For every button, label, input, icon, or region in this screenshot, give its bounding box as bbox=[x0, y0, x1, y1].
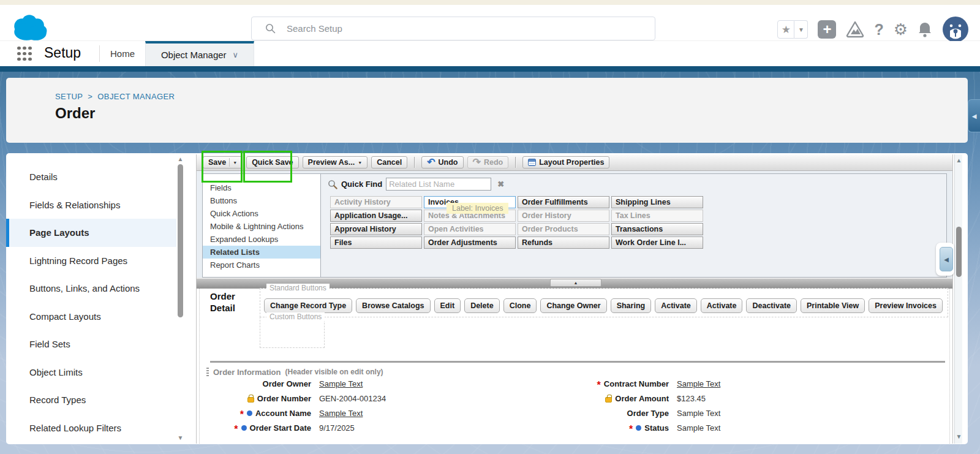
panel-collapse-right-button[interactable]: ◀ bbox=[968, 99, 980, 132]
breadcrumb-setup-link[interactable]: SETUP bbox=[55, 92, 83, 101]
scrollbar-thumb[interactable] bbox=[178, 164, 183, 317]
field-row-order-owner[interactable]: Order Owner Sample Text bbox=[202, 376, 386, 391]
palette-item-label: Transactions bbox=[616, 225, 663, 233]
help-icon[interactable]: ? bbox=[874, 21, 883, 39]
tab-object-manager[interactable]: Object Manager ∨ bbox=[145, 41, 254, 66]
drag-grip-icon[interactable] bbox=[206, 368, 209, 376]
scroll-down-icon[interactable]: ▼ bbox=[176, 434, 184, 441]
tab-home[interactable]: Home bbox=[100, 41, 145, 66]
palette-category-related-lists[interactable]: Related Lists bbox=[203, 246, 320, 259]
sidebar-item-buttons-links-and-actions[interactable]: Buttons, Links, and Actions bbox=[6, 274, 176, 303]
collapse-left-icon[interactable]: ◀ bbox=[940, 247, 953, 271]
save-button[interactable]: Save ▼ bbox=[203, 156, 243, 168]
standard-button-edit[interactable]: Edit bbox=[434, 298, 461, 313]
palette-item-order-adjustments[interactable]: Order Adjustments bbox=[424, 236, 516, 249]
field-row-order-number[interactable]: Order Number GEN-2004-001234 bbox=[202, 391, 386, 406]
user-avatar[interactable] bbox=[942, 16, 969, 43]
palette-item-order-fulfillments[interactable]: Order Fulfillments bbox=[518, 196, 609, 208]
layout-properties-icon bbox=[528, 159, 536, 166]
palette-category-quick-actions[interactable]: Quick Actions bbox=[203, 207, 320, 220]
setup-gear-icon[interactable]: ⚙ bbox=[894, 20, 908, 39]
palette-category-label: Mobile & Lightning Actions bbox=[210, 222, 303, 231]
sidebar-item-compact-layouts[interactable]: Compact Layouts bbox=[6, 303, 176, 331]
field-row-contract-number[interactable]: * Contract Number Sample Text bbox=[570, 376, 720, 391]
palette-item-application-usage[interactable]: Application Usage... bbox=[330, 210, 422, 222]
layout-properties-button[interactable]: Layout Properties bbox=[522, 156, 609, 168]
standard-button-activate[interactable]: Activate bbox=[655, 298, 697, 313]
field-sample-value: Sample Text bbox=[319, 409, 363, 418]
undo-button[interactable]: ↶ Undo bbox=[421, 156, 463, 168]
global-create-icon[interactable]: + bbox=[818, 20, 836, 39]
standard-button-activate[interactable]: Activate bbox=[701, 298, 743, 313]
field-sample-value: Sample Text bbox=[677, 379, 720, 388]
field-row-order-amount[interactable]: Order Amount $123.45 bbox=[570, 391, 720, 406]
sidebar-item-object-limits[interactable]: Object Limits bbox=[6, 358, 176, 387]
palette-item-order-products[interactable]: Order Products bbox=[518, 223, 609, 235]
field-row-account-name[interactable]: * Account Name Sample Text bbox=[202, 406, 386, 420]
save-caret-icon[interactable]: ▼ bbox=[233, 161, 237, 165]
palette-item-label: Order Fulfillments bbox=[522, 198, 588, 206]
palette-item-order-history[interactable]: Order History bbox=[518, 210, 609, 222]
standard-button-deactivate[interactable]: Deactivate bbox=[746, 298, 797, 313]
sidebar-item-record-types[interactable]: Record Types bbox=[6, 386, 176, 414]
palette-category-report-charts[interactable]: Report Charts bbox=[203, 259, 320, 271]
sidebar-item-details[interactable]: Details bbox=[6, 163, 176, 191]
sidebar-item-field-sets[interactable]: Field Sets bbox=[6, 330, 176, 358]
field-row-order-start-date[interactable]: * Order Start Date 9/17/2025 bbox=[202, 420, 386, 435]
scroll-up-icon[interactable]: ▲ bbox=[955, 157, 963, 164]
search-setup-input[interactable] bbox=[276, 23, 655, 34]
palette-category-buttons[interactable]: Buttons bbox=[203, 194, 320, 207]
palette-item-label: Open Activities bbox=[428, 225, 484, 233]
breadcrumb-object-manager-link[interactable]: OBJECT MANAGER bbox=[97, 92, 175, 101]
standard-button-preview-invoices[interactable]: Preview Invoices bbox=[869, 298, 943, 313]
palette-item-files[interactable]: Files bbox=[330, 236, 422, 249]
required-asterisk-icon: * bbox=[597, 382, 601, 388]
lock-icon bbox=[247, 397, 254, 403]
standard-button-clone[interactable]: Clone bbox=[503, 298, 537, 313]
standard-button-change-owner[interactable]: Change Owner bbox=[540, 298, 606, 313]
controlling-field-dot-icon bbox=[247, 410, 252, 416]
standard-button-label: Deactivate bbox=[752, 301, 791, 310]
palette-item-open-activities[interactable]: Open Activities bbox=[424, 223, 516, 235]
palette-item-activity-history[interactable]: Activity History bbox=[330, 196, 422, 208]
palette-category-expanded-lookups[interactable]: Expanded Lookups bbox=[203, 233, 320, 246]
favorites-caret-icon[interactable]: ▼ bbox=[794, 20, 808, 39]
standard-button-label: Preview Invoices bbox=[875, 301, 937, 310]
sidebar-item-related-lookup-filters[interactable]: Related Lookup Filters bbox=[6, 414, 176, 442]
standard-button-printable-view[interactable]: Printable View bbox=[801, 298, 865, 313]
order-information-header[interactable]: Order Information (Header visible on edi… bbox=[206, 367, 383, 377]
sidebar-item-lightning-record-pages[interactable]: Lightning Record Pages bbox=[6, 247, 176, 275]
sidebar-item-label: Record Types bbox=[29, 395, 86, 405]
cancel-button[interactable]: Cancel bbox=[371, 156, 407, 168]
quick-find-input[interactable] bbox=[386, 178, 491, 191]
app-launcher-icon[interactable] bbox=[17, 46, 32, 61]
favorites-star-icon[interactable]: ★ bbox=[777, 20, 794, 39]
palette-item-refunds[interactable]: Refunds bbox=[518, 236, 609, 249]
trailhead-icon[interactable] bbox=[846, 21, 864, 38]
palette-collapse-handle[interactable]: ▲ bbox=[550, 279, 601, 287]
standard-button-browse-catalogs[interactable]: Browse Catalogs bbox=[356, 298, 430, 313]
standard-button-sharing[interactable]: Sharing bbox=[611, 298, 652, 313]
standard-button-delete[interactable]: Delete bbox=[464, 298, 500, 313]
scroll-up-icon[interactable]: ▲ bbox=[176, 156, 184, 162]
notifications-bell-icon[interactable] bbox=[918, 21, 932, 38]
field-row-status[interactable]: * Status Sample Text bbox=[570, 420, 720, 435]
field-row-order-type[interactable]: Order Type Sample Text bbox=[570, 406, 720, 420]
palette-item-transactions[interactable]: Transactions bbox=[611, 223, 703, 235]
quick-save-button[interactable]: Quick Save bbox=[246, 156, 298, 168]
palette-category-mobile-lightning-actions[interactable]: Mobile & Lightning Actions bbox=[203, 220, 320, 233]
scroll-down-icon[interactable]: ▼ bbox=[955, 433, 963, 440]
preview-as-button[interactable]: Preview As... ▼ bbox=[303, 156, 368, 168]
sidebar-item-page-layouts[interactable]: Page Layouts bbox=[6, 219, 176, 247]
palette-item-work-order-line-i[interactable]: Work Order Line I... bbox=[611, 236, 703, 249]
controlling-field-dot-icon bbox=[241, 425, 247, 431]
scrollbar-thumb[interactable] bbox=[956, 227, 962, 277]
palette-item-shipping-lines[interactable]: Shipping Lines bbox=[611, 196, 703, 208]
standard-button-change-record-type[interactable]: Change Record Type bbox=[264, 298, 352, 313]
palette-item-approval-history[interactable]: Approval History bbox=[330, 223, 422, 235]
palette-category-fields[interactable]: Fields bbox=[203, 181, 320, 194]
palette-item-tax-lines[interactable]: Tax Lines bbox=[611, 210, 703, 222]
clear-icon[interactable]: ✖ bbox=[497, 180, 504, 189]
chevron-down-icon[interactable]: ∨ bbox=[233, 50, 239, 59]
sidebar-item-fields-relationships[interactable]: Fields & Relationships bbox=[6, 191, 176, 219]
